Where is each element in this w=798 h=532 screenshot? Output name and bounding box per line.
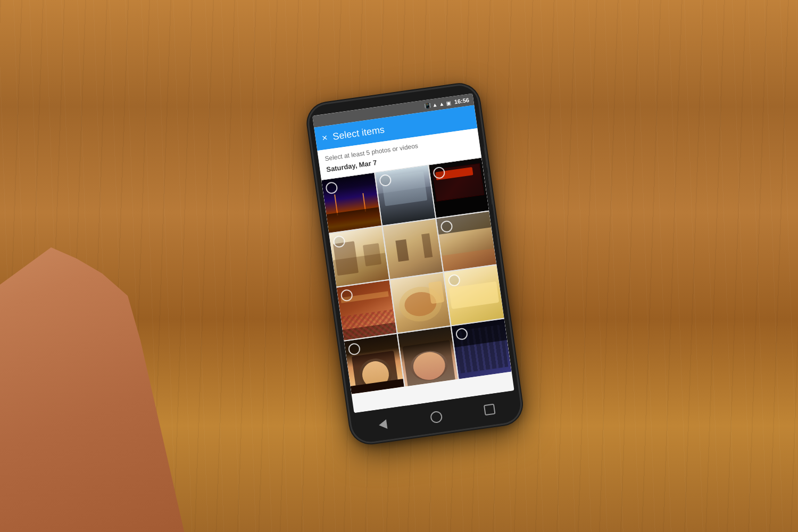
recent-button[interactable]: [481, 401, 499, 419]
photo-cell-11[interactable]: [398, 327, 458, 387]
photo-grid-container: [321, 157, 514, 413]
scene: 📳 ▲ ▲ ▣ 16:56 × Select items Select at l…: [0, 0, 798, 532]
photo-cell-1[interactable]: [321, 173, 381, 233]
photo-thumbnail-11: [398, 327, 458, 387]
photo-grid: [321, 157, 512, 394]
close-button[interactable]: ×: [321, 132, 328, 143]
photo-cell-6[interactable]: [436, 211, 496, 271]
photo-thumbnail-8: [390, 273, 451, 333]
side-button: [484, 146, 489, 168]
status-time: 16:56: [454, 97, 470, 105]
photo-cell-10[interactable]: [344, 334, 404, 394]
home-button[interactable]: [427, 408, 445, 426]
signal-icon: ▲: [439, 101, 445, 107]
hand-shape: [0, 192, 192, 532]
side-button-2: [487, 173, 494, 205]
screen-content: 📳 ▲ ▲ ▣ 16:56 × Select items Select at l…: [312, 94, 514, 413]
battery-icon: ▣: [445, 99, 451, 106]
photo-cell-5[interactable]: [383, 219, 443, 279]
vibrate-icon: 📳: [424, 102, 431, 109]
photo-cell-2[interactable]: [375, 165, 435, 226]
photo-cell-3[interactable]: [429, 157, 489, 218]
phone-screen: 📳 ▲ ▲ ▣ 16:56 × Select items Select at l…: [312, 94, 514, 413]
back-button[interactable]: [374, 415, 392, 434]
photo-cell-4[interactable]: [329, 227, 389, 287]
photo-cell-8[interactable]: [390, 273, 451, 333]
wifi-icon: ▲: [432, 102, 438, 108]
phone-device: 📳 ▲ ▲ ▣ 16:56 × Select items Select at l…: [307, 84, 523, 444]
photo-cell-7[interactable]: [337, 280, 397, 340]
photo-thumbnail-5: [383, 219, 443, 279]
photo-cell-12[interactable]: [452, 319, 512, 379]
photo-cell-9[interactable]: [444, 265, 504, 325]
